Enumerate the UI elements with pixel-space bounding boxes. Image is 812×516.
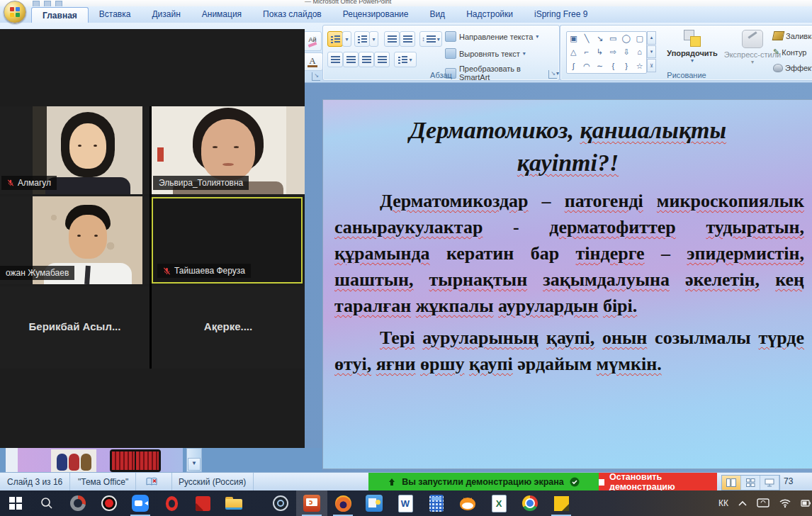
shape-item-icon[interactable]: ╲ bbox=[585, 35, 590, 43]
shape-item-icon[interactable]: ↘ bbox=[597, 35, 603, 43]
office-button[interactable] bbox=[4, 1, 26, 23]
tab-Вставка[interactable]: Вставка bbox=[89, 6, 142, 23]
numbering-dropdown[interactable]: ▾ bbox=[369, 31, 378, 47]
quick-access-toolbar[interactable] bbox=[33, 1, 62, 6]
security-shield-icon[interactable] bbox=[570, 477, 580, 487]
shape-item-icon[interactable]: { bbox=[611, 62, 614, 70]
clear-formatting-button[interactable]: Ай bbox=[303, 31, 322, 51]
slide-counter[interactable]: Слайд 3 из 16 bbox=[0, 473, 70, 491]
shape-item-icon[interactable]: ◯ bbox=[622, 35, 631, 43]
shape-item-icon[interactable]: ↳ bbox=[597, 48, 603, 56]
taskbar-firefox[interactable] bbox=[327, 490, 359, 516]
taskbar-calculator[interactable] bbox=[421, 490, 452, 516]
shape-item-icon[interactable]: ⇨ bbox=[610, 48, 616, 56]
vertical-scrollbar[interactable]: ▼ bbox=[186, 448, 202, 472]
keyboard-language-indicator[interactable]: КК bbox=[718, 498, 728, 508]
tab-Надстройки[interactable]: Надстройки bbox=[456, 6, 524, 23]
shape-outline-command[interactable]: ✎ Контур bbox=[773, 47, 806, 57]
align-text-command[interactable]: Выровнять текст▾ bbox=[445, 48, 526, 59]
taskbar-word[interactable]: W bbox=[390, 490, 421, 516]
spellcheck-indicator[interactable] bbox=[139, 473, 172, 491]
shape-item-icon[interactable]: ◠ bbox=[583, 62, 590, 70]
participant-tile-berikbai[interactable]: Берикбай Асыл... bbox=[0, 286, 150, 369]
normal-view-button[interactable] bbox=[722, 476, 741, 490]
connect-display-icon[interactable] bbox=[757, 498, 769, 508]
shape-item-icon[interactable]: } bbox=[625, 62, 628, 70]
align-right-button[interactable] bbox=[359, 52, 374, 67]
slide-body-textbox[interactable]: Дерматомикоздар – патогенді микроскопиял… bbox=[334, 188, 804, 383]
numbering-button[interactable] bbox=[354, 31, 370, 47]
slideshow-view-button[interactable] bbox=[760, 476, 779, 490]
participant-tile-almagul[interactable]: Алмагул bbox=[0, 106, 150, 194]
tab-Главная[interactable]: Главная bbox=[31, 7, 89, 23]
taskbar-photos-app[interactable] bbox=[359, 490, 390, 516]
taskbar-file-explorer[interactable] bbox=[218, 490, 249, 516]
bullets-dropdown[interactable]: ▾ bbox=[342, 31, 351, 47]
taskbar-red-app[interactable] bbox=[187, 490, 218, 516]
zoom-level[interactable]: 73 bbox=[784, 476, 793, 486]
taskbar-chrome[interactable] bbox=[514, 490, 546, 516]
participant-tile-akerke[interactable]: Ақерке.... bbox=[152, 286, 305, 369]
taskbar-sticky-notes[interactable] bbox=[546, 490, 577, 516]
stop-share-button[interactable]: Остановить демонстрацию bbox=[599, 473, 717, 491]
taskbar-powerpoint[interactable] bbox=[296, 490, 327, 516]
slide-title[interactable]: Дерматомикоз, қаншалықты қауіпті?! bbox=[344, 114, 791, 179]
shapes-scroll-up-icon[interactable]: ▴ bbox=[647, 31, 656, 45]
align-left-button[interactable] bbox=[327, 52, 343, 67]
scroll-down-arrow-icon[interactable]: ▼ bbox=[188, 458, 201, 471]
battery-icon[interactable] bbox=[801, 499, 811, 507]
decrease-indent-button[interactable] bbox=[384, 31, 400, 47]
align-center-button[interactable] bbox=[343, 52, 359, 67]
columns-button[interactable]: ▾ bbox=[394, 52, 417, 67]
bullets-button[interactable] bbox=[327, 31, 343, 47]
tab-iSpring Free 9[interactable]: iSpring Free 9 bbox=[524, 6, 598, 23]
shape-item-icon[interactable]: ⌐ bbox=[585, 48, 589, 56]
shapes-scroll-down-icon[interactable]: ▾ bbox=[647, 45, 656, 59]
shape-item-icon[interactable]: △ bbox=[570, 48, 576, 56]
participant-tile-feruza-active[interactable]: Тайшаева Феруза bbox=[152, 197, 303, 284]
font-dialog-launcher[interactable]: ↘ bbox=[312, 72, 320, 81]
slide-sorter-view-button[interactable] bbox=[741, 476, 760, 490]
shape-fill-command[interactable]: Заливка bbox=[773, 31, 812, 40]
increase-indent-button[interactable] bbox=[400, 31, 415, 47]
font-color-button[interactable]: А bbox=[302, 52, 323, 71]
zoom-meeting-window[interactable]: Алмагул Эльвира_Толиятовна ожан Жумабаев… bbox=[0, 29, 305, 448]
paragraph-dialog-launcher[interactable]: ↘ bbox=[548, 70, 557, 79]
tab-Рецензирование[interactable]: Рецензирование bbox=[332, 6, 419, 23]
taskbar-excel[interactable]: X bbox=[483, 490, 514, 516]
shape-item-icon[interactable]: ⇩ bbox=[623, 48, 629, 56]
slide-thumbnail-partial[interactable] bbox=[18, 448, 183, 472]
language-indicator[interactable]: Русский (Россия) bbox=[171, 473, 254, 491]
shapes-gallery[interactable]: ▣╲↘▭◯▢△⌐↳⇨⇩⌂ʃ◠∼{}☆ bbox=[566, 31, 647, 74]
tab-Дизайн[interactable]: Дизайн bbox=[141, 6, 191, 23]
shapes-gallery-scroll[interactable]: ▴ ▾ ⊻ bbox=[647, 31, 656, 72]
tab-Показ слайдов[interactable]: Показ слайдов bbox=[252, 6, 332, 23]
wifi-icon[interactable] bbox=[779, 498, 791, 508]
participant-tile-zhumabaev[interactable]: ожан Жумабаев bbox=[0, 196, 150, 284]
line-spacing-button[interactable]: ↕▾ bbox=[419, 31, 442, 47]
tab-Анимация[interactable]: Анимация bbox=[191, 6, 252, 23]
taskbar-scratch[interactable] bbox=[452, 490, 483, 516]
taskbar-opera[interactable] bbox=[156, 490, 187, 516]
start-button[interactable] bbox=[0, 490, 31, 516]
shape-item-icon[interactable]: ∼ bbox=[597, 62, 603, 70]
taskbar-recorder-app[interactable] bbox=[94, 490, 125, 516]
shape-item-icon[interactable]: ⌂ bbox=[637, 48, 642, 56]
shape-item-icon[interactable]: ▭ bbox=[609, 35, 616, 43]
arrange-button[interactable]: Упорядочить ▾ bbox=[665, 30, 719, 64]
tray-chevron-up-icon[interactable] bbox=[738, 500, 748, 507]
justify-button[interactable] bbox=[374, 52, 390, 67]
tab-Вид[interactable]: Вид bbox=[419, 6, 456, 23]
text-direction-command[interactable]: Направление текста▾ bbox=[445, 31, 538, 42]
shape-item-icon[interactable]: ▣ bbox=[570, 35, 577, 43]
shape-item-icon[interactable]: ▢ bbox=[636, 35, 643, 43]
taskbar-zoom-app[interactable] bbox=[125, 490, 156, 516]
slide-canvas[interactable]: Дерматомикоз, қаншалықты қауіпті?! Дерма… bbox=[322, 99, 812, 469]
shape-item-icon[interactable]: ☆ bbox=[636, 62, 643, 70]
shape-item-icon[interactable]: ʃ bbox=[573, 62, 574, 70]
taskbar-search-button[interactable] bbox=[31, 490, 62, 516]
theme-indicator[interactable]: "Тема Office" bbox=[71, 473, 136, 491]
taskbar-recorder2-app[interactable] bbox=[265, 490, 296, 516]
participant-tile-elvira[interactable]: Эльвира_Толиятовна bbox=[152, 106, 305, 194]
taskbar-capture-app[interactable] bbox=[62, 490, 94, 516]
